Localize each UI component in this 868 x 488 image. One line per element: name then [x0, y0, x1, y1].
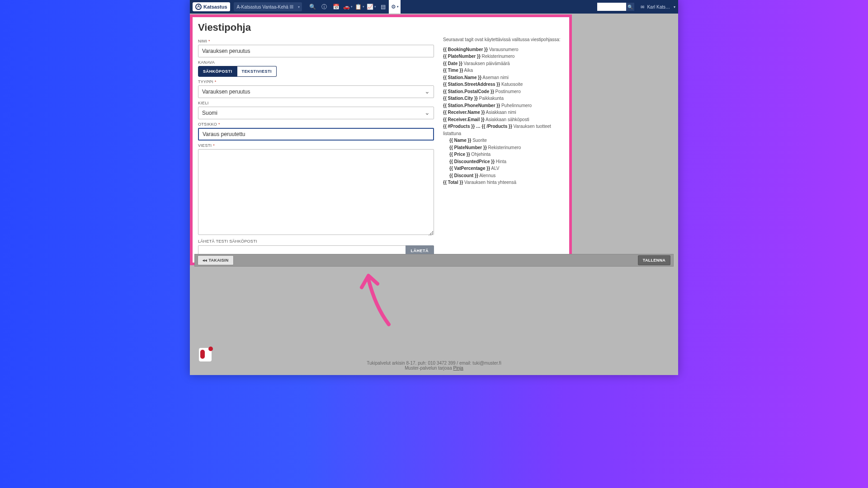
tag-help: Seuraavat tagit ovat käytettävissä valit… [443, 36, 564, 256]
footer-text: Tukipalvelut arkisin 8-17. puh: 010 3472… [190, 361, 678, 371]
search-icon[interactable]: 🔍 [307, 0, 318, 14]
label-kanava: KANAVA [198, 60, 434, 65]
nav-search: 🔍 [597, 3, 634, 11]
list-icon[interactable]: ▤ [377, 0, 389, 14]
station-label: A-Katsastus Vantaa-Kehä III [237, 5, 293, 9]
kieli-select[interactable]: Suomi [198, 107, 434, 119]
tag-line: {{ Station.Name }} Aseman nimi [443, 74, 564, 81]
chart-icon[interactable]: 📈▾ [365, 0, 377, 14]
label-nimi: NIMI * [198, 39, 434, 43]
label-kieli: KIELI [198, 101, 434, 105]
tag-line: {{ PlateNumber }} Rekisterinumero [443, 53, 564, 60]
mail-icon: ✉ [641, 5, 644, 9]
tag-line: {{ Station.PhoneNumber }} Puhelinnumero [443, 102, 564, 109]
nav-search-button[interactable]: 🔍 [626, 3, 634, 11]
footer-link[interactable]: Pinja [453, 366, 463, 371]
station-select[interactable]: A-Katsastus Vantaa-Kehä III [234, 2, 302, 11]
tag-line-sub: {{ Discount }} Alennus [443, 172, 564, 179]
back-button[interactable]: ◂◂ TAKAISIN [198, 255, 234, 265]
annotation-arrow [357, 270, 402, 329]
nav-icons: 🔍 ⓘ 📅 🚗▾ 📋▾ 📈▾ ▤ ⚙▾ [307, 0, 401, 14]
top-nav: Katsastus A-Katsastus Vantaa-Kehä III 🔍 … [190, 0, 678, 14]
tag-line: {{ #Products }} … {{ /Products }} Varauk… [443, 123, 564, 137]
logo[interactable]: Katsastus [193, 2, 230, 11]
kanava-email[interactable]: SÄHKÖPOSTI [198, 66, 237, 77]
kanava-toggle: SÄHKÖPOSTI TEKSTIVIESTI [198, 66, 434, 77]
tag-line: {{ Station.StreetAddress }} Katuosoite [443, 81, 564, 88]
tag-line: {{ Date }} Varauksen päivämäärä [443, 60, 564, 67]
tag-line: {{ BookingNumber }} Varausnumero [443, 46, 564, 53]
tyyppi-value: Varauksen peruutus [202, 89, 250, 95]
tag-total: {{ Total }} Varauksen hinta yhteensä [443, 179, 564, 186]
action-bar: ◂◂ TAKAISIN TALLENNA [194, 254, 674, 267]
label-send-test: LÄHETÄ TESTI SÄHKÖPOSTI [198, 239, 434, 244]
tag-line-sub: {{ DiscountedPrice }} Hinta [443, 158, 564, 165]
logo-icon [195, 4, 202, 10]
resize-handle[interactable] [429, 231, 433, 235]
viesti-textarea[interactable] [198, 149, 434, 235]
page-title: Viestipohja [198, 22, 564, 33]
footer-logo-icon [199, 348, 212, 361]
footer-logo [199, 348, 212, 361]
tag-line: {{ Receiver.Email }} Asiakkaan sähköpost… [443, 116, 564, 123]
kieli-value: Suomi [202, 110, 217, 116]
user-menu[interactable]: ✉ Karl Kats… [641, 5, 675, 9]
user-name: Karl Kats… [647, 5, 670, 9]
info-icon[interactable]: ⓘ [318, 0, 330, 14]
tag-line-sub: {{ VatPercentage }} ALV [443, 165, 564, 172]
clipboard-icon[interactable]: 📋▾ [354, 0, 365, 14]
otsikko-input[interactable] [198, 128, 434, 141]
tag-line-sub: {{ PlateNumber }} Rekisterinumero [443, 144, 564, 151]
nimi-input[interactable] [198, 45, 434, 57]
tag-line: {{ Time }} Aika [443, 67, 564, 74]
footer-line2: Muster-palvelun tarjoaa Pinja [190, 366, 678, 371]
kanava-sms[interactable]: TEKSTIVIESTI [237, 66, 277, 77]
gear-icon[interactable]: ⚙▾ [389, 0, 401, 14]
label-otsikko: OTSIKKO * [198, 122, 434, 127]
form-left: NIMI * KANAVA SÄHKÖPOSTI TEKSTIVIESTI TY… [198, 36, 434, 256]
calendar-icon[interactable]: 📅 [330, 0, 342, 14]
app-window: Katsastus A-Katsastus Vantaa-Kehä III 🔍 … [190, 0, 678, 375]
tag-line-sub: {{ Name }} Suorite [443, 137, 564, 144]
nav-search-input[interactable] [597, 3, 626, 11]
form-panel: Viestipohja NIMI * KANAVA SÄHKÖPOSTI TEK… [190, 14, 572, 265]
label-viesti: VIESTI * [198, 143, 434, 148]
tag-line: {{ Receiver.Name }} Asiakkaan nimi [443, 109, 564, 116]
tyyppi-select[interactable]: Varauksen peruutus [198, 85, 434, 98]
tag-line: {{ Station.City }} Paikkakunta [443, 95, 564, 102]
car-icon[interactable]: 🚗▾ [342, 0, 354, 14]
tag-line-sub: {{ Price }} Ohjehinta [443, 151, 564, 158]
logo-text: Katsastus [203, 4, 227, 9]
tag-intro: Seuraavat tagit ovat käytettävissä valit… [443, 36, 564, 43]
save-button[interactable]: TALLENNA [638, 255, 670, 265]
tag-line: {{ Station.PostalCode }} Postinumero [443, 88, 564, 95]
label-tyyppi: TYYPPI * [198, 80, 434, 84]
footer-line1: Tukipalvelut arkisin 8-17. puh: 010 3472… [190, 361, 678, 366]
